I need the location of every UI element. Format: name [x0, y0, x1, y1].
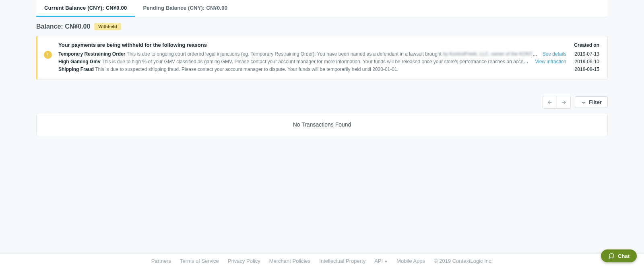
- filter-label: Filter: [589, 99, 602, 105]
- reason-row: Shipping Fraud This is due to suspected …: [58, 66, 599, 73]
- arrow-left-icon: [547, 100, 553, 105]
- pager: [543, 96, 571, 109]
- reason-row: Temporary Restraining Order This is due …: [58, 50, 599, 58]
- warning-icon: !: [44, 51, 52, 59]
- status-badge: Withheld: [94, 23, 121, 30]
- empty-state-text: No Transactions Found: [293, 121, 351, 128]
- transactions-table: No Transactions Found: [36, 113, 608, 136]
- see-details-link[interactable]: See details: [543, 50, 566, 58]
- reason-date: 2018-08-15: [570, 66, 599, 73]
- reason-name: Shipping Fraud: [58, 66, 94, 72]
- reason-name: High Gaming Gmv: [58, 59, 101, 64]
- tab-current-balance[interactable]: Current Balance (CNY): CN¥0.00: [36, 0, 135, 17]
- reason-row: High Gaming Gmv This is due to high % of…: [58, 58, 599, 66]
- balance-tabs: Current Balance (CNY): CN¥0.00 Pending B…: [36, 0, 608, 17]
- view-infraction-link[interactable]: View infraction: [535, 58, 566, 66]
- reason-date: 2019-06-10: [570, 58, 599, 66]
- reason-desc: This is due to ongoing court ordered leg…: [127, 51, 442, 57]
- balance-label: Balance: CN¥0.00: [36, 23, 90, 30]
- balance-summary: Balance: CN¥0.00 Withheld: [36, 17, 608, 36]
- reason-date: 2019-07-13: [570, 50, 599, 58]
- filter-icon: [581, 100, 586, 105]
- reason-name: Temporary Restraining Order: [58, 51, 126, 57]
- reason-blur: by KontrolFreek, LLC, owner of the KONTR…: [443, 51, 538, 57]
- created-on-header: Created on: [574, 42, 599, 48]
- pager-next-button[interactable]: [557, 96, 570, 108]
- alert-title: Your payments are being withheld for the…: [58, 42, 207, 48]
- arrow-right-icon: [561, 100, 567, 105]
- withheld-alert: ! Your payments are being withheld for t…: [36, 36, 608, 80]
- reason-desc: This is due to suspected shipping fraud.…: [95, 66, 398, 72]
- pager-prev-button[interactable]: [543, 96, 557, 108]
- filter-button[interactable]: Filter: [575, 96, 608, 108]
- table-controls: Filter: [36, 80, 608, 113]
- tab-pending-balance[interactable]: Pending Balance (CNY): CN¥0.00: [135, 0, 235, 17]
- reason-desc: This is due to high % of your GMV classi…: [102, 59, 531, 64]
